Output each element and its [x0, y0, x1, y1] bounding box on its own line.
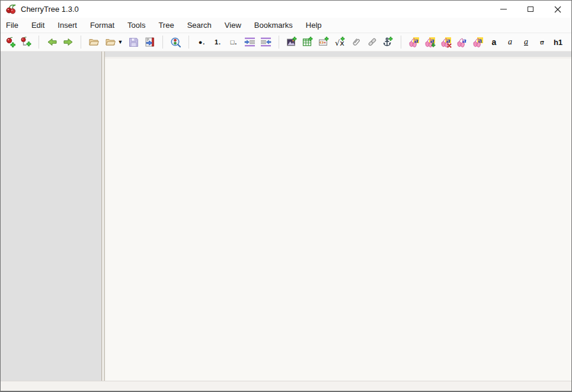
go-forward-button[interactable] — [60, 34, 76, 50]
save-button[interactable] — [126, 34, 142, 50]
recent-docs-button[interactable]: ▼ — [102, 34, 126, 50]
find-icon — [170, 37, 181, 48]
paperclip-icon — [351, 37, 362, 47]
minimize-button[interactable] — [490, 1, 517, 18]
menu-bookmarks[interactable]: Bookmarks — [250, 18, 298, 32]
text-color-bg-icon: a — [472, 37, 484, 48]
strikethrough-button[interactable]: a — [534, 34, 550, 50]
insert-image-icon — [286, 37, 298, 47]
link-icon — [367, 37, 378, 47]
window-title: CherryTree 1.3.0 — [21, 5, 79, 14]
menu-tools[interactable]: Tools — [123, 18, 150, 32]
underline-icon: a — [524, 37, 528, 47]
insert-table-button[interactable] — [300, 34, 316, 50]
underline-button[interactable]: a — [518, 34, 534, 50]
unindent-icon — [260, 37, 271, 47]
numbered-list-icon: 1. — [215, 38, 221, 46]
menu-view[interactable]: View — [220, 18, 246, 32]
toolbar-separator — [39, 36, 39, 49]
status-bar — [1, 381, 571, 391]
open-file-icon — [88, 37, 100, 47]
bullet-list-button[interactable]: ●. — [194, 34, 210, 50]
menu-edit[interactable]: Edit — [27, 18, 49, 32]
italic-icon: a — [508, 37, 512, 47]
anchor-icon — [382, 37, 394, 47]
format-latest-icon: a — [408, 37, 420, 48]
svg-text:a: a — [430, 37, 434, 44]
indent-button[interactable] — [242, 34, 258, 50]
format-clear-button[interactable]: a — [438, 34, 454, 50]
todo-list-icon: □. — [231, 38, 238, 46]
close-button[interactable] — [544, 1, 571, 18]
insert-anchor-button[interactable] — [380, 34, 396, 50]
go-back-button[interactable] — [44, 34, 60, 50]
main-area — [1, 52, 571, 381]
open-file-button[interactable] — [86, 34, 102, 50]
numbered-list-button[interactable]: 1. — [210, 34, 226, 50]
toolbar-separator — [81, 36, 81, 49]
bold-button[interactable]: a — [486, 34, 502, 50]
go-forward-icon — [63, 37, 74, 47]
heading-h1-icon: h1 — [554, 38, 563, 47]
quit-app-button[interactable] — [142, 34, 158, 50]
text-editor[interactable] — [105, 59, 571, 381]
text-color-fg-button[interactable]: a — [454, 34, 470, 50]
bullet-list-icon: ●. — [199, 38, 206, 46]
menu-insert[interactable]: Insert — [53, 18, 82, 32]
insert-link-button[interactable] — [364, 34, 380, 50]
svg-text:a: a — [478, 37, 482, 44]
recent-docs-icon — [105, 37, 116, 47]
menu-search[interactable]: Search — [183, 18, 216, 32]
new-subnode-button[interactable] — [18, 34, 34, 50]
menu-file[interactable]: File — [1, 18, 23, 32]
svg-text:a: a — [414, 37, 418, 44]
toolbar-separator — [162, 36, 163, 49]
heading-h1-button[interactable]: h1 — [550, 34, 566, 50]
insert-codebox-button[interactable] — [316, 34, 332, 50]
toolbar-separator — [401, 36, 401, 49]
text-color-bg-button[interactable]: a — [470, 34, 486, 50]
heading-dropdown-button[interactable]: ▼ — [566, 34, 572, 50]
maximize-icon — [528, 7, 533, 12]
menu-bar: File Edit Insert Format Tools Tree Searc… — [1, 18, 571, 33]
minimize-icon — [500, 9, 507, 9]
find-button[interactable] — [168, 34, 184, 50]
text-color-fg-icon: a — [456, 37, 468, 48]
insert-latex-icon: √x — [334, 37, 346, 47]
toolbar: ▼ — [1, 33, 571, 52]
window-controls — [490, 1, 571, 18]
quit-app-icon — [145, 37, 155, 47]
go-back-icon — [47, 37, 57, 47]
insert-latex-button[interactable]: √x — [332, 34, 348, 50]
editor-top-band — [105, 52, 571, 59]
insert-image-button[interactable] — [284, 34, 300, 50]
menu-help[interactable]: Help — [301, 18, 327, 32]
new-node-button[interactable] — [2, 34, 18, 50]
svg-text:a: a — [446, 37, 450, 44]
format-clear-icon: a — [440, 37, 452, 48]
bold-icon: a — [492, 37, 497, 47]
svg-text:a: a — [462, 37, 466, 44]
menu-format[interactable]: Format — [85, 18, 119, 32]
toolbar-separator — [188, 36, 189, 49]
insert-table-icon — [302, 37, 314, 47]
insert-codebox-icon — [318, 37, 330, 47]
toolbar-separator — [279, 36, 279, 49]
new-subnode-icon — [20, 37, 31, 47]
title-bar: CherryTree 1.3.0 — [1, 1, 571, 18]
unindent-button[interactable] — [258, 34, 274, 50]
format-latest-button[interactable]: a — [406, 34, 422, 50]
chevron-down-icon: ▼ — [118, 39, 123, 45]
italic-button[interactable]: a — [502, 34, 518, 50]
insert-file-button[interactable] — [348, 34, 364, 50]
maximize-button[interactable] — [517, 1, 544, 18]
app-window: CherryTree 1.3.0 File Edit Insert Format… — [0, 0, 572, 392]
menu-tree[interactable]: Tree — [154, 18, 178, 32]
strikethrough-icon: a — [540, 37, 544, 47]
todo-list-button[interactable]: □. — [226, 34, 242, 50]
format-apply-button[interactable]: a — [422, 34, 438, 50]
indent-icon — [244, 37, 255, 47]
close-icon — [554, 6, 561, 13]
new-node-icon — [5, 37, 15, 47]
tree-panel[interactable] — [1, 52, 101, 381]
